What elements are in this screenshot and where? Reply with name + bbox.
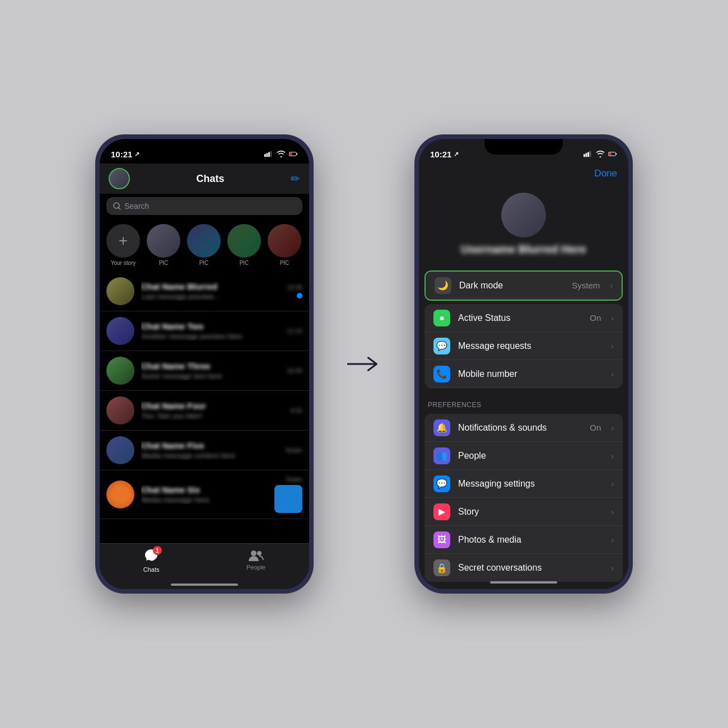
chat-name-4: Chat Name Four — [141, 401, 284, 410]
compose-button[interactable]: ✏ — [291, 172, 300, 185]
active-status-item[interactable]: ● Active Status On › — [424, 304, 623, 332]
dark-mode-chevron: › — [610, 281, 613, 290]
story-item-2[interactable]: PIC — [187, 224, 221, 266]
chat-info-5: Chat Name Five Media message content her… — [141, 441, 278, 460]
chat-info-3: Chat Name Three Some message text here — [141, 361, 280, 380]
message-requests-chevron: › — [611, 342, 614, 351]
add-story-button[interactable]: + — [106, 224, 140, 258]
chat-preview-2: Another message preview here — [141, 332, 280, 340]
mobile-number-item[interactable]: 📞 Mobile number › — [424, 360, 623, 388]
message-requests-item[interactable]: 💬 Message requests › — [424, 332, 623, 360]
battery-icon — [289, 151, 298, 157]
secret-conversations-chevron: › — [611, 563, 614, 572]
people-icon: 👥 — [433, 447, 450, 464]
right-phone: 10:21 ↗ — [414, 134, 633, 594]
chat-info-1: Chat Name Blurred Last message preview..… — [141, 282, 280, 301]
mobile-number-chevron: › — [611, 370, 614, 379]
mobile-number-label: Mobile number — [458, 369, 603, 379]
story-avatar-4[interactable] — [268, 224, 301, 258]
signal-icon — [264, 151, 273, 157]
settings-scroll[interactable]: Done Username Blurred Here 🌙 Dark mode S… — [419, 164, 628, 589]
svg-rect-12 — [590, 151, 591, 157]
search-icon — [113, 202, 121, 210]
story-avatar-3[interactable] — [227, 224, 261, 258]
stories-row: + Your story PIC PIC PIC — [100, 218, 309, 272]
story-item-3[interactable]: PIC — [227, 224, 261, 266]
active-status-label: Active Status — [458, 313, 582, 323]
secret-conversations-icon: 🔒 — [433, 559, 450, 576]
home-indicator-right — [490, 581, 557, 584]
photos-media-item[interactable]: 🖼 Photos & media › — [424, 526, 623, 554]
chat-item-5[interactable]: Chat Name Five Media message content her… — [100, 431, 309, 470]
signal-icon-right — [584, 151, 592, 157]
chat-preview-5: Media message content here — [141, 451, 278, 460]
avatar-image — [110, 169, 129, 188]
photos-media-chevron: › — [611, 535, 614, 544]
notch-right — [484, 139, 563, 155]
profile-section[interactable]: Username Blurred Here — [419, 184, 628, 267]
notifications-item[interactable]: 🔔 Notifications & sounds On › — [424, 414, 623, 442]
chat-item-4[interactable]: Chat Name Four You: See you later! 9:22 — [100, 391, 309, 431]
chat-item-1[interactable]: Chat Name Blurred Last message preview..… — [100, 272, 309, 311]
dark-mode-group: 🌙 Dark mode System › — [424, 270, 623, 301]
story-item-4[interactable]: PIC — [268, 224, 301, 266]
story-icon: ▶ — [433, 503, 450, 520]
active-status-icon: ● — [433, 310, 450, 326]
settings-header: Done — [419, 164, 628, 184]
chat-meta-2: 11:15 — [287, 328, 302, 334]
chat-meta-1: 12:30 — [287, 284, 302, 298]
people-chevron: › — [611, 451, 614, 460]
wifi-icon — [277, 151, 286, 157]
svg-rect-1 — [267, 153, 268, 157]
arrow-icon — [347, 353, 381, 375]
chat-preview-4: You: See you later! — [141, 412, 284, 420]
story-item[interactable]: ▶ Story › — [424, 498, 623, 526]
notifications-chevron: › — [611, 423, 614, 432]
chat-avatar-1 — [106, 277, 134, 305]
dark-mode-label: Dark mode — [459, 281, 564, 291]
right-phone-screen: 10:21 ↗ — [419, 139, 628, 589]
your-story-label: Your story — [111, 260, 136, 266]
story-item-1[interactable]: PIC — [147, 224, 180, 266]
tab-chats-label: Chats — [143, 566, 160, 573]
svg-rect-0 — [264, 154, 266, 157]
story-label: Story — [458, 507, 603, 517]
tab-chats-icon-wrap: 1 — [144, 548, 158, 565]
chat-meta-4: 9:22 — [291, 407, 302, 414]
story-chevron: › — [611, 507, 614, 516]
battery-icon-right — [608, 151, 617, 157]
tab-people[interactable]: People — [246, 548, 265, 571]
profile-avatar-button[interactable] — [109, 168, 130, 189]
left-phone: 10:21 ↗ — [95, 134, 314, 594]
chat-meta-3: 10:45 — [287, 367, 302, 374]
preferences-label: PREFERENCES — [428, 401, 482, 409]
photos-media-label: Photos & media — [458, 535, 603, 545]
your-story[interactable]: + Your story — [106, 224, 140, 266]
chat-name-2: Chat Name Two — [141, 321, 280, 331]
people-item[interactable]: 👥 People › — [424, 442, 623, 470]
chat-preview-6: Media message here — [141, 496, 268, 504]
chat-item-2[interactable]: Chat Name Two Another message preview he… — [100, 311, 309, 351]
chat-item-3[interactable]: Chat Name Three Some message text here 1… — [100, 351, 309, 391]
done-button[interactable]: Done — [594, 168, 617, 179]
mobile-number-icon: 📞 — [433, 366, 450, 382]
chats-header: Chats ✏ — [100, 164, 309, 194]
dark-mode-item[interactable]: 🌙 Dark mode System › — [426, 272, 622, 300]
story-avatar-2[interactable] — [187, 224, 221, 258]
chat-item-6[interactable]: Chat Name Six Media message here Yester — [100, 470, 309, 519]
dark-mode-value: System — [572, 281, 600, 290]
tab-chats[interactable]: 1 Chats — [143, 548, 160, 573]
chat-name-5: Chat Name Five — [141, 441, 278, 450]
chat-avatar-5 — [106, 436, 134, 464]
story-avatar-1[interactable] — [147, 224, 180, 258]
active-status-value: On — [590, 313, 601, 323]
search-placeholder: Search — [124, 202, 149, 211]
svg-rect-14 — [609, 153, 611, 155]
secret-conversations-label: Secret conversations — [458, 563, 603, 573]
search-bar[interactable]: Search — [106, 197, 302, 215]
messaging-settings-item[interactable]: 💬 Messaging settings › — [424, 470, 623, 498]
people-label: People — [458, 451, 603, 461]
svg-rect-10 — [586, 153, 587, 157]
chat-meta-6: Yester — [274, 476, 302, 513]
secret-conversations-item[interactable]: 🔒 Secret conversations › — [424, 554, 623, 582]
